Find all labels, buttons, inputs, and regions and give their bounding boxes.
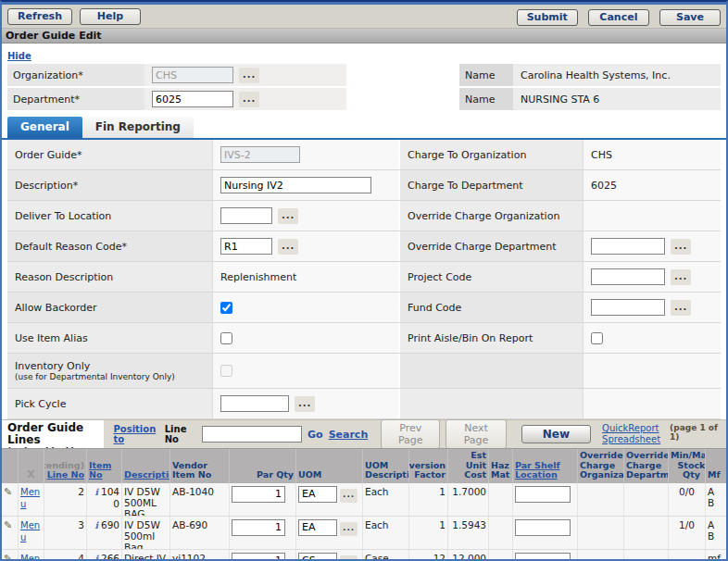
organization-name-label: Name (459, 64, 513, 86)
uom-lookup-button[interactable]: ... (340, 555, 358, 559)
order-guide-input (220, 146, 300, 163)
project-code-input[interactable] (591, 268, 665, 285)
par-qty-input[interactable] (232, 553, 285, 560)
par-shelf-input[interactable] (515, 553, 571, 560)
info-icon[interactable]: i (94, 520, 98, 530)
col-item-no: Item No (87, 449, 122, 483)
par-qty-input[interactable] (232, 519, 285, 536)
project-code-value-cell: ... (584, 262, 721, 292)
par-qty-input[interactable] (232, 486, 285, 503)
empty-row1-value (584, 354, 721, 388)
pick-cycle-input[interactable] (220, 395, 289, 412)
delete-all-icon[interactable]: X (27, 470, 34, 480)
cell-item-no: i690 (87, 517, 122, 549)
use-item-alias-checkbox[interactable] (220, 332, 232, 344)
col-conversion-factor: Conversion Factor (409, 449, 448, 483)
next-page-button[interactable]: Next Page (446, 419, 506, 449)
col-line-no-link[interactable]: Line No (47, 470, 84, 480)
col-description-link[interactable]: Description (124, 470, 170, 480)
col-item-no-link[interactable]: Item No (89, 461, 119, 480)
new-button[interactable]: New (521, 425, 591, 443)
edit-pencil-icon[interactable]: ✎ (4, 553, 12, 560)
pick-cycle-lookup-button[interactable]: ... (295, 396, 315, 412)
position-to-link[interactable]: Position to (113, 424, 158, 444)
spreadsheet-link[interactable]: Spreadsheet (602, 434, 660, 445)
par-shelf-input[interactable] (515, 486, 571, 503)
go-link[interactable]: Go (308, 429, 323, 441)
submit-button[interactable]: Submit (517, 9, 578, 26)
reason-desc-label: Reason Description (7, 262, 213, 292)
tab-general[interactable]: General (7, 117, 82, 138)
override-charge-dept-lookup-button[interactable]: ... (671, 239, 691, 255)
department-lookup-button[interactable]: ... (239, 92, 259, 107)
organization-label: Organization* (7, 64, 144, 86)
default-reason-label: Default Reason Code* (7, 231, 213, 261)
col-min-max-stock-qty: Min/Max Stock Qty (669, 449, 706, 483)
cell-description: IV D5W 500ml Bag (122, 517, 170, 549)
organization-name-value: Carolina Health Systems, Inc. (513, 64, 721, 86)
uom-input[interactable] (298, 553, 337, 560)
department-input-cell: ... (144, 88, 346, 110)
cell-par-qty (230, 483, 296, 516)
fund-code-input[interactable] (591, 299, 665, 316)
cell-est-unit-cost: 12.0000 (448, 550, 489, 560)
col-par-shelf-link[interactable]: Par Shelf Location (515, 461, 575, 480)
row-menu-link[interactable]: Menu (20, 487, 40, 509)
cell-mfr: AB (706, 483, 722, 516)
info-icon[interactable]: i (94, 554, 98, 560)
edit-pencil-icon[interactable]: ✎ (4, 486, 12, 498)
cell-min-max: 0/0 (669, 483, 706, 516)
default-reason-value-cell: ... (213, 231, 400, 261)
organization-row: Organization* ... Name Carolina Health S… (7, 64, 721, 86)
description-input[interactable] (220, 177, 371, 193)
reason-desc-value: Replenishment (213, 262, 400, 292)
default-reason-input[interactable] (220, 238, 272, 255)
col-override-charge-dept: Override Charge Department (624, 449, 669, 483)
cell-est-unit-cost: 1.7000 (448, 483, 489, 516)
uom-lookup-button[interactable]: ... (340, 489, 358, 503)
save-button[interactable]: Save (659, 9, 721, 26)
item-no-value: 690 (101, 519, 119, 530)
quickreport-link[interactable]: QuickReport (602, 423, 660, 434)
prev-page-button[interactable]: Prev Page (381, 419, 440, 449)
cell-description: Direct IV D5W (122, 550, 170, 560)
override-charge-org-label: Override Charge Organization (400, 201, 584, 231)
search-link[interactable]: Search (329, 429, 369, 441)
row-menu-link[interactable]: Menu (20, 520, 40, 542)
cancel-button[interactable]: Cancel (588, 9, 649, 26)
organization-lookup-button[interactable]: ... (239, 68, 259, 83)
hide-link[interactable]: Hide (7, 51, 31, 61)
empty-row2-label (400, 389, 584, 418)
override-charge-dept-input[interactable] (591, 238, 665, 255)
deliver-to-lookup-button[interactable]: ... (278, 208, 298, 224)
position-to-input[interactable] (202, 426, 302, 443)
par-shelf-input[interactable] (515, 519, 571, 536)
info-icon[interactable]: i (94, 487, 98, 497)
col-vendor-item-no: Vendor Item No (170, 449, 230, 483)
charge-to-org-label: Charge To Organization (400, 140, 584, 169)
department-label: Department* (7, 88, 144, 110)
default-reason-lookup-button[interactable]: ... (278, 239, 298, 255)
uom-input[interactable] (298, 519, 337, 536)
organization-input-cell: ... (144, 64, 346, 86)
project-code-lookup-button[interactable]: ... (671, 269, 691, 285)
tab-fin-reporting[interactable]: Fin Reporting (82, 117, 194, 138)
department-input[interactable] (152, 91, 233, 107)
cell-min-max: 1/0 (669, 517, 706, 549)
hide-row: Hide (2, 44, 726, 64)
allow-backorder-checkbox[interactable] (220, 302, 232, 314)
fund-code-lookup-button[interactable]: ... (671, 300, 691, 316)
row-menu-link[interactable]: Menu (20, 554, 40, 560)
uom-input[interactable] (298, 486, 337, 503)
cell-override-charge-dept (624, 550, 669, 560)
col-par-qty: Par Qty (230, 449, 296, 483)
print-aisle-checkbox[interactable] (591, 332, 603, 344)
refresh-button[interactable]: Refresh (7, 8, 72, 25)
use-item-alias-label: Use Item Alias (7, 323, 213, 353)
help-button[interactable]: Help (80, 8, 141, 25)
uom-lookup-button[interactable]: ... (340, 522, 358, 536)
cell-item-no: i1040 (87, 483, 122, 516)
edit-pencil-icon[interactable]: ✎ (4, 519, 12, 531)
deliver-to-input[interactable] (220, 207, 272, 224)
charge-to-dept-value: 6025 (584, 170, 721, 200)
